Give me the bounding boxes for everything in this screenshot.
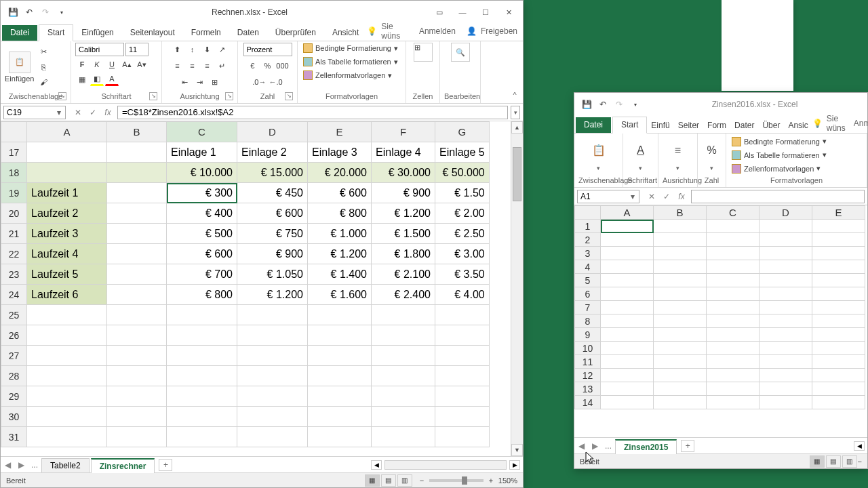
cell-B8[interactable] <box>654 314 707 328</box>
cell-A25[interactable] <box>27 305 107 325</box>
number-launcher[interactable]: ↘ <box>285 92 293 100</box>
cell-A7[interactable] <box>601 301 654 314</box>
tab-einfuegen[interactable]: Einfügen <box>73 25 121 41</box>
cell-A6[interactable] <box>601 287 654 301</box>
cell-D3[interactable] <box>760 247 812 260</box>
cell-B19[interactable] <box>107 183 167 203</box>
col-header-G[interactable]: G <box>435 122 490 142</box>
copy-icon[interactable]: ⎘ <box>37 60 50 74</box>
cell-A23[interactable]: Laufzeit 5 <box>27 264 107 285</box>
row-header-12[interactable]: 12 <box>575 369 601 382</box>
cell-F28[interactable] <box>372 366 435 386</box>
name-box[interactable]: ▾ <box>3 106 66 119</box>
redo-icon[interactable]: ↷ <box>39 5 52 19</box>
cell-B30[interactable] <box>107 407 167 427</box>
cell-A24[interactable]: Laufzeit 6 <box>27 285 107 305</box>
comma-icon[interactable]: 000 <box>275 59 289 73</box>
cell-B26[interactable] <box>107 325 167 346</box>
cell-B3[interactable] <box>654 247 707 260</box>
titlebar[interactable]: 💾 ↶ ↷ ▾ Rechnen.xlsx - Excel ▭ — ☐ ✕ <box>1 1 523 24</box>
cell-E1[interactable] <box>812 220 865 233</box>
row-header-4[interactable]: 4 <box>575 260 601 274</box>
cell-D4[interactable] <box>760 260 812 274</box>
italic-button[interactable]: K <box>90 58 104 71</box>
increase-indent-icon[interactable]: ⇥ <box>193 75 207 89</box>
normal-view-button[interactable]: ▦ <box>365 474 380 487</box>
cell-E27[interactable] <box>308 346 372 366</box>
shrink-font-icon[interactable]: A▾ <box>135 58 149 71</box>
zoom-level[interactable]: 150% <box>498 476 517 485</box>
name-box-input[interactable] <box>7 108 56 117</box>
name-box-dropdown-icon[interactable]: ▾ <box>56 108 62 117</box>
cell-D10[interactable] <box>760 342 812 355</box>
tab-start[interactable]: Start <box>612 117 647 134</box>
cell-A21[interactable]: Laufzeit 3 <box>27 224 107 244</box>
row-header-31[interactable]: 31 <box>1 427 27 447</box>
align-top-icon[interactable]: ⬆ <box>171 43 184 56</box>
col-header-E[interactable]: E <box>812 206 865 220</box>
cell-E12[interactable] <box>812 369 865 382</box>
cell-E3[interactable] <box>812 247 865 260</box>
cell-A10[interactable] <box>601 342 654 355</box>
add-sheet-button[interactable]: + <box>159 459 172 471</box>
cell-G30[interactable] <box>435 407 490 427</box>
row-header-20[interactable]: 20 <box>1 203 27 224</box>
tab-formeln[interactable]: Formeln <box>183 25 229 41</box>
formula-input[interactable]: =C$18*Zinsen2016.xlsx!$A2 <box>117 106 508 119</box>
cell-C23[interactable]: € 700 <box>167 264 237 285</box>
row-header-3[interactable]: 3 <box>575 247 601 260</box>
cell-D13[interactable] <box>760 382 812 396</box>
cell-D24[interactable]: € 1.200 <box>237 285 308 305</box>
tab-daten[interactable]: Daten <box>229 25 267 41</box>
cell-B24[interactable] <box>107 285 167 305</box>
currency-icon[interactable]: € <box>245 59 259 73</box>
fx-icon[interactable]: fx <box>675 190 688 203</box>
tab-seitenlayout[interactable]: Seiter <box>674 118 703 133</box>
font-icon[interactable]: A <box>629 139 652 162</box>
cell-E5[interactable] <box>812 274 865 287</box>
tab-nav-left-icon[interactable]: ◀ <box>1 460 14 470</box>
row-header-26[interactable]: 26 <box>1 325 27 346</box>
cell-D8[interactable] <box>760 314 812 328</box>
cell-F24[interactable]: € 2.400 <box>372 285 435 305</box>
row-header-9[interactable]: 9 <box>575 328 601 342</box>
cell-G27[interactable] <box>435 346 490 366</box>
cell-B14[interactable] <box>654 396 707 409</box>
cell-D31[interactable] <box>237 427 308 447</box>
hscroll-right-icon[interactable]: ▶ <box>509 460 520 470</box>
cell-C29[interactable] <box>167 386 237 407</box>
undo-icon[interactable]: ↶ <box>596 98 610 111</box>
zoom-slider[interactable] <box>429 479 484 482</box>
align-launcher[interactable]: ↘ <box>225 92 233 100</box>
row-header-29[interactable]: 29 <box>1 386 27 407</box>
tab-ansicht[interactable]: Ansicht <box>324 25 367 41</box>
cell-styles-button[interactable]: Zellenformatvorlagen▾ <box>302 70 393 81</box>
tab-nav-right-icon[interactable]: ▶ <box>14 460 28 470</box>
cell-B10[interactable] <box>654 342 707 355</box>
redo-icon[interactable]: ↷ <box>612 98 626 111</box>
collapse-ribbon-icon[interactable]: ^ <box>509 89 520 100</box>
row-header-24[interactable]: 24 <box>1 285 27 305</box>
name-box-dropdown-icon[interactable]: ▾ <box>629 192 636 201</box>
cell-D6[interactable] <box>760 287 812 301</box>
cell-C17[interactable]: Einlage 1 <box>167 142 237 163</box>
row-header-30[interactable]: 30 <box>1 407 27 427</box>
cell-G28[interactable] <box>435 366 490 386</box>
grow-font-icon[interactable]: A▴ <box>120 58 134 71</box>
cell-C21[interactable]: € 500 <box>167 224 237 244</box>
col-header-C[interactable]: C <box>167 122 237 142</box>
cell-D22[interactable]: € 900 <box>237 244 308 264</box>
col-header-D[interactable]: D <box>760 206 812 220</box>
cell-B22[interactable] <box>107 244 167 264</box>
cell-C28[interactable] <box>167 366 237 386</box>
cell-E21[interactable]: € 1.000 <box>308 224 372 244</box>
cell-B1[interactable] <box>654 220 707 233</box>
cell-E23[interactable]: € 1.400 <box>308 264 372 285</box>
name-box[interactable]: ▾ <box>577 190 639 203</box>
enter-formula-icon[interactable]: ✓ <box>86 106 100 119</box>
cell-D19[interactable]: € 450 <box>237 183 308 203</box>
cell-C14[interactable] <box>707 396 760 409</box>
cell-C24[interactable]: € 800 <box>167 285 237 305</box>
tab-ansicht[interactable]: Ansic <box>784 118 812 133</box>
row-header-21[interactable]: 21 <box>1 224 27 244</box>
